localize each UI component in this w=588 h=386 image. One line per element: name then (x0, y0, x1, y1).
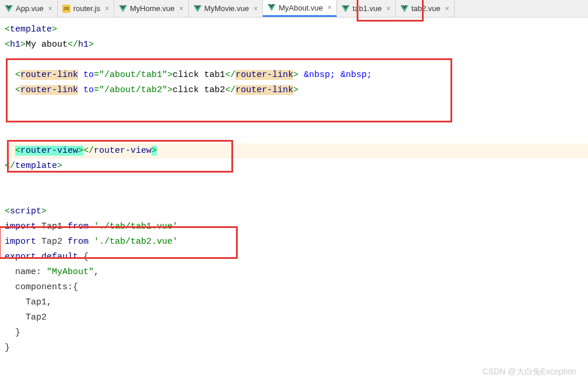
vue-icon (267, 4, 276, 11)
vue-icon (341, 5, 350, 12)
tab-label: tab2.vue (411, 4, 441, 13)
code-editor[interactable]: <template> <h1>My about</h1> <router-lin… (0, 17, 588, 360)
js-icon: JS (62, 5, 71, 13)
code-line: <router-link to="/about/tab2">click tab2… (5, 83, 588, 98)
code-line: name: "MyAbout", (5, 265, 588, 280)
close-icon[interactable]: × (445, 5, 449, 13)
code-line: components:{ (5, 280, 588, 295)
code-line: <router-link to="/about/tab1">click tab1… (5, 68, 588, 83)
code-line (5, 113, 588, 128)
tab-tab2[interactable]: tab2.vue × (396, 0, 455, 17)
code-line: Tap2 (5, 310, 588, 325)
code-line (5, 98, 588, 113)
vue-icon (119, 5, 127, 12)
code-line (5, 52, 588, 68)
watermark: CSDN @大白兔Exception (483, 367, 576, 377)
code-line: import Tap1 from './tab/tab1.vue' (5, 219, 588, 234)
close-icon[interactable]: × (328, 3, 332, 12)
tab-label: MyHome.vue (130, 4, 175, 13)
tab-app[interactable]: App.vue × (0, 0, 58, 17)
close-icon[interactable]: × (253, 5, 258, 13)
vue-icon (400, 5, 409, 12)
tab-bar: App.vue × JS router.js × MyHome.vue × My… (0, 0, 588, 17)
tab-myhome[interactable]: MyHome.vue × (114, 0, 189, 17)
code-line: import Tap2 from './tab/tab2.vue' (5, 234, 588, 250)
close-icon[interactable]: × (386, 5, 390, 13)
tab-label: MyAbout.vue (279, 3, 323, 12)
vue-icon (5, 5, 13, 12)
code-line: Tap1, (5, 295, 588, 310)
code-line: <template> (5, 22, 588, 37)
close-icon[interactable]: × (179, 5, 184, 13)
close-icon[interactable]: × (48, 5, 52, 13)
tab-mymovie[interactable]: MyMovie.vue × (189, 0, 263, 17)
tab-router[interactable]: JS router.js × (58, 0, 114, 17)
tab-label: tab1.vue (353, 4, 382, 13)
code-line: export default { (5, 250, 588, 265)
tab-label: router.js (73, 4, 100, 13)
code-line: } (5, 341, 588, 356)
tab-tab1[interactable]: tab1.vue × (337, 0, 396, 17)
code-line (5, 189, 588, 204)
tab-label: MyMovie.vue (205, 4, 249, 13)
close-icon[interactable]: × (105, 5, 109, 13)
tab-myabout[interactable]: MyAbout.vue × (263, 0, 337, 17)
code-line (5, 174, 588, 189)
code-line (5, 128, 588, 143)
code-line: </template> (5, 159, 588, 174)
code-line: <script> (5, 204, 588, 219)
tab-label: App.vue (16, 4, 44, 13)
vue-icon (193, 5, 202, 12)
code-line: <router-view></router-view> (5, 143, 588, 159)
code-line: } (5, 325, 588, 341)
code-line: <h1>My about</h1> (5, 37, 588, 52)
